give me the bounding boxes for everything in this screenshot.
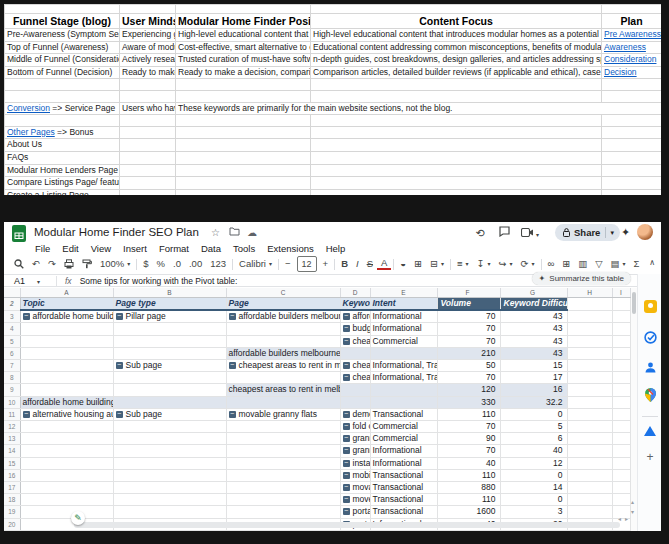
cell-G17[interactable]: 14: [500, 482, 567, 494]
cell-D2[interactable]: Keyword: [340, 298, 370, 311]
funnel-cell[interactable]: [5, 90, 120, 102]
funnel-cell[interactable]: Ready to make a decision, comparing spec: [176, 66, 311, 79]
hyperlink[interactable]: Decision: [604, 67, 637, 77]
funnel-cell[interactable]: [602, 79, 662, 91]
cell-C18[interactable]: [226, 494, 340, 506]
cell-D16[interactable]: −mobil: [340, 469, 370, 481]
currency-icon[interactable]: $: [139, 257, 152, 271]
funnel-cell[interactable]: User Mindset: [120, 14, 176, 29]
table-views-icon[interactable]: ▤▾: [607, 257, 630, 271]
cell-B9[interactable]: [113, 384, 226, 396]
cell-H9[interactable]: [567, 384, 612, 396]
row-header-12[interactable]: 12: [4, 421, 20, 433]
cell-G4[interactable]: 43: [500, 323, 567, 335]
cell-H14[interactable]: [567, 445, 612, 457]
collapse-group-button[interactable]: −: [116, 362, 123, 369]
cell-D17[interactable]: −moval: [340, 482, 370, 494]
cell-B2[interactable]: Page type: [113, 298, 226, 311]
funnel-cell[interactable]: [311, 139, 602, 152]
funnel-cell[interactable]: High-level educational content that intr…: [176, 29, 311, 42]
cell-B11[interactable]: −Sub page: [113, 408, 226, 420]
funnel-cell[interactable]: [176, 5, 311, 14]
cell-E3[interactable]: Informational: [370, 310, 437, 323]
funnel-cell[interactable]: Consideration: [602, 54, 662, 67]
italic-icon[interactable]: I: [352, 257, 363, 271]
row-header-11[interactable]: 11: [4, 408, 20, 420]
funnel-cell[interactable]: [120, 151, 176, 164]
cell-B3[interactable]: −Pillar page: [113, 310, 226, 323]
cell-B10[interactable]: [113, 396, 226, 408]
funnel-cell[interactable]: [120, 79, 176, 91]
filter-icon[interactable]: ▽: [591, 257, 606, 271]
funnel-cell[interactable]: [176, 126, 311, 139]
cell-D8[interactable]: −cheap: [340, 372, 370, 384]
paint-format-icon[interactable]: [78, 259, 96, 269]
text-wrap-icon[interactable]: ↪▾: [495, 257, 517, 271]
cell-G19[interactable]: 3: [500, 506, 567, 518]
cell-F19[interactable]: 1600: [437, 506, 500, 518]
cell-C4[interactable]: [226, 323, 340, 335]
cell-A17[interactable]: [20, 482, 113, 494]
cell-E9[interactable]: [370, 384, 437, 396]
cell-B21[interactable]: [113, 530, 226, 531]
cell-D19[interactable]: −portal: [340, 506, 370, 518]
funnel-cell[interactable]: [311, 5, 602, 14]
cell-B13[interactable]: [113, 433, 226, 445]
funnel-cell[interactable]: Modular Home Finder Positioning: [176, 14, 311, 29]
cell-D7[interactable]: −cheap: [340, 360, 370, 372]
funnel-cell[interactable]: Middle of Funnel (Consideration): [5, 54, 120, 67]
funnel-cell[interactable]: [311, 177, 602, 190]
row-header-20[interactable]: 20: [4, 518, 20, 530]
funnel-cell[interactable]: High-level educational content that intr…: [311, 29, 602, 42]
cell-E13[interactable]: Commercial: [370, 433, 437, 445]
cell-I6[interactable]: [612, 347, 630, 359]
cell-I11[interactable]: [612, 408, 630, 420]
cell-D21[interactable]: −portal: [340, 530, 370, 531]
cell-I15[interactable]: [612, 457, 630, 469]
cell-C3[interactable]: −affordable builders melbourne: [226, 310, 340, 323]
hyperlink[interactable]: Other Pages: [7, 127, 55, 137]
cell-G5[interactable]: 43: [500, 335, 567, 347]
collapse-group-button[interactable]: −: [343, 313, 350, 320]
funnel-cell[interactable]: [176, 177, 311, 190]
cell-F21[interactable]: 260: [437, 530, 500, 531]
collapse-group-button[interactable]: −: [343, 435, 350, 442]
row-header-14[interactable]: 14: [4, 445, 20, 457]
cell-F12[interactable]: 70: [437, 421, 500, 433]
cell-C6[interactable]: affordable builders melbourne Total: [226, 347, 340, 359]
cell-A5[interactable]: [20, 335, 113, 347]
cell-B19[interactable]: [113, 506, 226, 518]
funnel-cell[interactable]: Pre Awareness: [602, 29, 662, 42]
hyperlink[interactable]: Conversion: [7, 103, 50, 113]
cell-F4[interactable]: 70: [437, 323, 500, 335]
collapse-group-button[interactable]: −: [116, 313, 123, 320]
row-header-10[interactable]: 10: [4, 396, 20, 408]
funnel-cell[interactable]: These keywords are primarily for the mai…: [176, 102, 662, 115]
cell-B12[interactable]: [113, 421, 226, 433]
column-header-B[interactable]: B: [113, 288, 226, 298]
funnel-cell[interactable]: [602, 177, 662, 190]
cell-B16[interactable]: [113, 469, 226, 481]
cell-A3[interactable]: −affordable home building australia: [20, 310, 113, 323]
text-rotate-icon[interactable]: ⟳▾: [517, 257, 539, 271]
cell-G7[interactable]: 15: [500, 360, 567, 372]
funnel-cell[interactable]: Top of Funnel (Awareness): [5, 41, 120, 54]
version-history-icon[interactable]: ⟲: [472, 225, 488, 241]
funnel-cell[interactable]: [602, 90, 662, 102]
funnel-cell[interactable]: [311, 79, 602, 91]
cell-H4[interactable]: [567, 323, 612, 335]
funnel-cell[interactable]: [176, 164, 311, 177]
cell-F11[interactable]: 110: [437, 408, 500, 420]
cell-A16[interactable]: [20, 469, 113, 481]
cell-E6[interactable]: [370, 347, 437, 359]
funnel-cell[interactable]: [602, 126, 662, 139]
scroll-right-icon[interactable]: ▸: [625, 515, 628, 522]
funnel-cell[interactable]: [311, 164, 602, 177]
collapse-toolbar-icon[interactable]: ∧: [649, 258, 655, 267]
collapse-group-button[interactable]: −: [229, 313, 236, 320]
cell-H16[interactable]: [567, 469, 612, 481]
font-select[interactable]: Calibri▾: [235, 257, 276, 271]
funnel-cell[interactable]: [311, 115, 602, 127]
funnel-cell[interactable]: [120, 5, 176, 14]
funnel-cell[interactable]: Awareness: [602, 41, 662, 54]
